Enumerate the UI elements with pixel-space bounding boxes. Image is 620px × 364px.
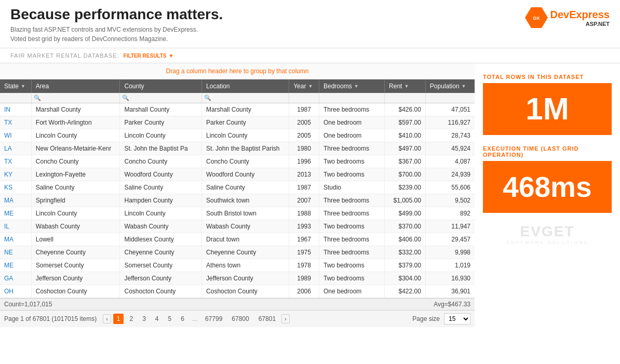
table-row[interactable]: ME Somerset County Somerset County Athen… <box>0 259 475 272</box>
table-row[interactable]: IN Marshall County Marshall County Marsh… <box>0 103 475 116</box>
next-page-button[interactable]: › <box>281 314 290 323</box>
cell-county: Lincoln County <box>120 207 202 220</box>
cell-rent: $422.00 <box>385 285 426 298</box>
col-label-area: Area <box>36 83 49 90</box>
devexpress-logo: DX DevExpress ASP.NET <box>525 6 610 29</box>
cell-rent: $700.00 <box>385 168 426 181</box>
col-header-state[interactable]: State ▼ <box>0 79 31 93</box>
page-3-button[interactable]: 3 <box>139 314 150 324</box>
execution-time-value: 468ms <box>503 173 591 201</box>
col-label-county: County <box>124 83 144 90</box>
table-row[interactable]: ME Lincoln County Lincoln County South B… <box>0 207 475 220</box>
grid-area: Drag a column header here to group by th… <box>0 63 475 327</box>
cell-county: Hampden County <box>120 194 202 207</box>
filter-cell-bedrooms <box>319 93 384 103</box>
cell-population: 9,998 <box>425 246 475 259</box>
filter-icon-population[interactable]: ▼ <box>462 84 466 89</box>
cell-year: 1989 <box>289 272 319 285</box>
col-label-population: Population <box>430 83 460 90</box>
evget-text: EVGET <box>483 223 612 240</box>
evget-sub: SOFTWARE SOLUTIONS <box>483 240 612 245</box>
page-1-button[interactable]: 1 <box>113 314 124 324</box>
col-header-population[interactable]: Population ▼ <box>425 79 475 93</box>
page-67799-button[interactable]: 67799 <box>201 314 226 324</box>
cell-area: Marshall County <box>31 103 120 116</box>
cell-location: Coshocton County <box>202 285 289 298</box>
cell-population: 892 <box>425 207 475 220</box>
col-header-rent[interactable]: Rent ▼ <box>385 79 426 93</box>
col-header-area[interactable]: Area <box>31 79 120 93</box>
cell-bedrooms: One bedroom <box>319 285 384 298</box>
cell-bedrooms: Studio <box>319 181 384 194</box>
cell-rent: $1,005.00 <box>385 194 426 207</box>
cell-state: KS <box>0 181 31 194</box>
table-row[interactable]: IL Wabash County Wabash County Wabash Co… <box>0 220 475 233</box>
page-67801-button[interactable]: 67801 <box>255 314 279 324</box>
cell-state: GA <box>0 272 31 285</box>
table-row[interactable]: KY Lexington-Fayette Woodford County Woo… <box>0 168 475 181</box>
table-body: IN Marshall County Marshall County Marsh… <box>0 103 475 298</box>
page-67800-button[interactable]: 67800 <box>228 314 252 324</box>
cell-county: Parker County <box>120 116 202 129</box>
table-row[interactable]: LA New Orleans-Metairie-Kenr St. John th… <box>0 142 475 155</box>
table-row[interactable]: GA Jefferson County Jefferson County Jef… <box>0 272 475 285</box>
page-title: Because performance matters. <box>10 6 223 23</box>
cell-county: Somerset County <box>120 259 202 272</box>
table-row[interactable]: TX Fort Worth-Arlington Parker County Pa… <box>0 116 475 129</box>
table-row[interactable]: MA Lowell Middlesex County Dracut town 1… <box>0 233 475 246</box>
col-header-year[interactable]: Year ▼ <box>289 79 319 93</box>
table-row[interactable]: OH Coshocton County Coshocton County Cos… <box>0 285 475 298</box>
filter-results-button[interactable]: FILTER RESULTS ▼ <box>124 53 174 59</box>
header-left: Because performance matters. Blazing fas… <box>10 6 223 44</box>
cell-year: 1988 <box>289 207 319 220</box>
table-row[interactable]: TX Concho County Concho County Concho Co… <box>0 155 475 168</box>
page-4-button[interactable]: 4 <box>152 314 163 324</box>
col-header-bedrooms[interactable]: Bedrooms ▼ <box>319 79 384 93</box>
table-row[interactable]: WI Lincoln County Lincoln County Lincoln… <box>0 129 475 142</box>
cell-rent: $367.00 <box>385 155 426 168</box>
filter-cell-rent <box>385 93 426 103</box>
page-6-button[interactable]: 6 <box>177 314 188 324</box>
col-header-county[interactable]: County <box>120 79 202 93</box>
cell-state: KY <box>0 168 31 181</box>
table-row[interactable]: NE Cheyenne County Cheyenne County Cheye… <box>0 246 475 259</box>
cell-state: IL <box>0 220 31 233</box>
prev-page-button[interactable]: ‹ <box>103 314 111 323</box>
filter-icon-state[interactable]: ▼ <box>21 84 25 89</box>
col-label-bedrooms: Bedrooms <box>324 83 352 90</box>
cell-bedrooms: Two bedrooms <box>319 259 384 272</box>
cell-area: Somerset County <box>31 259 120 272</box>
cell-location: Cheyenne County <box>202 246 289 259</box>
cell-population: 29,457 <box>425 233 475 246</box>
filter-icon-rent[interactable]: ▼ <box>404 84 409 89</box>
search-icon-area: 🔍 <box>34 95 41 101</box>
filter-icon-year[interactable]: ▼ <box>308 84 313 89</box>
search-icon-county: 🔍 <box>122 95 129 101</box>
total-rows-value: 1M <box>525 93 569 125</box>
filter-icon-bedrooms[interactable]: ▼ <box>354 84 359 89</box>
page-info: Page 1 of 67801 (1017015 items) <box>4 315 97 322</box>
col-label-location: Location <box>206 83 230 90</box>
cell-bedrooms: Two bedrooms <box>319 168 384 181</box>
cell-county: Lincoln County <box>120 129 202 142</box>
col-header-location[interactable]: Location <box>202 79 289 93</box>
filter-cell-area: 🔍 <box>31 93 120 103</box>
table-row[interactable]: KS Saline County Saline County Saline Co… <box>0 181 475 194</box>
page-5-button[interactable]: 5 <box>165 314 176 324</box>
right-panel: TOTAL ROWS IN THIS DATASET 1M EXECUTION … <box>475 63 620 327</box>
cell-county: Coshocton County <box>120 285 202 298</box>
cell-population: 16,930 <box>425 272 475 285</box>
cell-area: Concho County <box>31 155 120 168</box>
table-row[interactable]: MA Springfield Hampden County Southwick … <box>0 194 475 207</box>
cell-location: Woodford County <box>202 168 289 181</box>
page-size-select[interactable]: 15 25 50 100 <box>444 313 470 325</box>
cell-year: 1978 <box>289 259 319 272</box>
cell-year: 1993 <box>289 220 319 233</box>
page-2-button[interactable]: 2 <box>126 314 137 324</box>
cell-year: 1987 <box>289 103 319 116</box>
cell-year: 1996 <box>289 155 319 168</box>
cell-bedrooms: Two bedrooms <box>319 220 384 233</box>
cell-rent: $597.00 <box>385 116 426 129</box>
cell-bedrooms: One bedroom <box>319 129 384 142</box>
logo-text: DevExpress <box>550 9 610 21</box>
